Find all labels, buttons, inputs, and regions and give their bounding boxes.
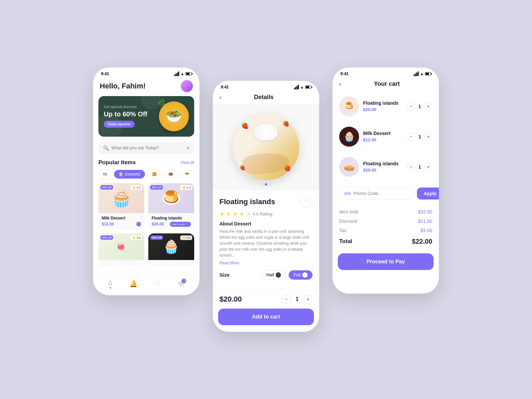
add-to-cart-button[interactable]: Add to cart <box>218 309 314 325</box>
sb2 <box>295 87 296 89</box>
cat-tab-salads[interactable]: 🥗 <box>180 170 194 179</box>
rating-badge-1: ⭐ 4.5 <box>130 185 142 190</box>
cart-item-img-1: 🍮 <box>339 96 359 116</box>
status-icons-3: ▲ <box>414 71 431 76</box>
back-button-3[interactable]: ‹ <box>339 80 341 88</box>
phones-container: 9:41 ▲ Hello, Fahim! <box>93 48 439 352</box>
total-label: Total <box>339 238 352 245</box>
signal-bar-1 <box>174 74 175 76</box>
nav-notifications[interactable]: 🔔 <box>129 280 138 288</box>
signal-bar-3 <box>177 72 178 76</box>
wifi-icon-2: ▲ <box>300 85 304 89</box>
detail-name-row: Floating islands ♡ <box>219 196 313 208</box>
status-bar-1: 9:41 ▲ <box>93 67 200 77</box>
food-card-2[interactable]: 30% off ⭐ 4.4 🍮 Floating islands $20.00 … <box>148 183 194 229</box>
sb4 <box>298 85 299 89</box>
read-more-link[interactable]: Read More <box>219 261 239 265</box>
food-name-1: Milk Dessert <box>102 216 141 220</box>
food-card-3[interactable]: 20% off ⭐ 4.8 🍬 <box>98 233 144 267</box>
order-summary: Item total $32.00 Discount $11.00 Tax $1… <box>332 204 439 251</box>
bottom-nav: ⌂ 🔔 ♡ 🛍 2 <box>93 275 200 295</box>
avatar[interactable] <box>181 80 193 92</box>
star-5: ★ <box>246 211 251 217</box>
about-label: About Dessert <box>219 221 313 226</box>
cat-tab-desserts[interactable]: 🧁 Desserts <box>114 170 145 179</box>
quantity-display: 1 <box>296 296 299 302</box>
cat-tab-donuts[interactable]: 🍩 <box>164 170 178 179</box>
strawberry-3: 🍓 <box>239 165 245 170</box>
avatar-img <box>181 80 193 92</box>
rating-text: 4.0 Rating <box>253 211 272 216</box>
food-price-2: $20.00 <box>152 222 164 226</box>
summary-row-tax: Tax $1.00 <box>339 226 432 235</box>
img-dot-1[interactable] <box>261 183 263 186</box>
food-emoji-1: 🧁 <box>111 188 132 208</box>
strawberry-2: 🍓 <box>283 120 289 127</box>
cart-badge: 🛍 2 <box>178 280 184 288</box>
nav-favorites[interactable]: ♡ <box>155 280 161 288</box>
sale-badge-1: 20% off <box>100 185 113 190</box>
cart-decrease-3[interactable]: − <box>407 163 415 171</box>
cat-tab-all[interactable]: All <box>98 170 111 179</box>
battery-icon-3 <box>425 72 431 75</box>
cart-decrease-2[interactable]: − <box>407 133 415 141</box>
food-info-3 <box>98 260 144 267</box>
food-card-img-2: 30% off ⭐ 4.4 🍮 <box>148 183 194 213</box>
food-card-1[interactable]: 20% off ⭐ 4.5 🧁 Milk Dessert $12.00 + <box>98 183 144 229</box>
food-info-1: Milk Dessert $12.00 + <box>98 213 144 229</box>
apply-promo-button[interactable]: Apply <box>417 188 439 200</box>
img-dot-2[interactable] <box>265 183 267 186</box>
tax-label: Tax <box>339 228 346 233</box>
add-to-cart-btn-2[interactable]: Add to cart 🛒 <box>170 222 191 227</box>
cart-item-img-2: 🧁 <box>339 127 359 147</box>
decrease-qty-button[interactable]: − <box>282 295 291 304</box>
filter-icon[interactable]: ≡ <box>187 145 190 151</box>
cart-qty-1: 1 <box>418 104 421 109</box>
promo-icon: </> <box>344 191 351 196</box>
size-half[interactable]: Half <box>261 270 286 280</box>
product-name: Floating islands <box>219 198 275 206</box>
size-full[interactable]: Full <box>289 270 313 280</box>
search-input[interactable] <box>111 145 184 150</box>
product-description: Heat the milk and vanilla in a pan until… <box>219 228 313 258</box>
favorite-button[interactable]: ♡ <box>300 196 313 208</box>
cart-decrease-1[interactable]: − <box>407 102 415 110</box>
promo-code-input[interactable] <box>353 191 409 196</box>
img-dot-3[interactable] <box>269 183 272 186</box>
cart-increase-1[interactable]: + <box>424 102 432 110</box>
greeting: Hello, Fahim! <box>100 82 146 90</box>
proceed-to-pay-button[interactable]: Proceed to Pay <box>338 253 434 270</box>
star-2: ★ <box>226 211 231 217</box>
p1-header: Hello, Fahim! <box>93 77 200 96</box>
increase-qty-button[interactable]: + <box>303 295 313 304</box>
add-to-cart-icon-1[interactable]: + <box>136 222 141 226</box>
cat-tab-burgers[interactable]: 🍔 <box>148 170 161 179</box>
food-card-4[interactable]: 20% off ⭐ 4.6 🧁 <box>148 233 194 267</box>
cart-increase-2[interactable]: + <box>424 133 432 141</box>
quantity-control: − 1 + <box>282 295 313 304</box>
status-bar-2: 9:41 ▲ <box>213 81 319 91</box>
back-button-2[interactable]: ‹ <box>219 93 222 101</box>
nav-cart[interactable]: 🛍 2 <box>178 280 184 288</box>
cart-emoji-1: 🍮 <box>343 101 355 112</box>
discount-label: Discount <box>339 218 357 224</box>
status-time-2: 9:41 <box>221 85 229 89</box>
nav-home[interactable]: ⌂ <box>108 279 112 289</box>
cart-item-name-1: Floating islands <box>363 100 403 106</box>
cart-increase-3[interactable]: + <box>424 163 432 171</box>
strawberry-4: 🍓 <box>284 165 291 172</box>
popular-title: Popular Items <box>98 159 136 166</box>
status-icons-2: ▲ <box>294 85 311 89</box>
cart-item-3: 🥧 Floating islands $20.00 − 1 + <box>332 152 439 182</box>
search-bar[interactable]: 🔍 ≡ <box>98 142 194 154</box>
total-value: $22.00 <box>412 238 432 245</box>
stars-row: ★ ★ ★ ★ ★ 4.0 Rating <box>219 211 313 217</box>
promo-input-wrap[interactable]: </> <box>339 187 414 200</box>
signal-icon-2 <box>294 85 299 89</box>
wifi-icon-3: ▲ <box>420 72 424 76</box>
promo-banner[interactable]: Get special discount Up to 60% Off Claim… <box>98 96 194 137</box>
view-all-link[interactable]: View all <box>181 160 194 165</box>
sc1 <box>414 74 415 76</box>
banner-food-emoji: 🥗 <box>166 108 182 124</box>
promo-section: </> Apply <box>332 183 439 204</box>
